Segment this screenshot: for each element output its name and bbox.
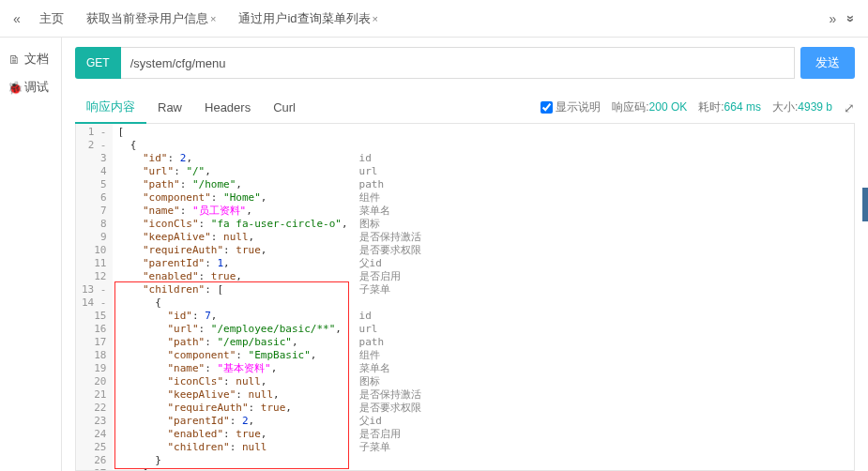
close-icon[interactable]: × [373, 13, 378, 24]
sidebar-item-label: 调试 [24, 79, 49, 96]
tab-response-body[interactable]: 响应内容 [75, 92, 146, 124]
response-json-viewer[interactable]: 1 -2 -3 4 5 6 7 8 9 10 11 12 13 -14 -15 … [75, 124, 855, 471]
sidebar-item-debug[interactable]: 🐞 调试 [0, 73, 61, 101]
comment-line: 是否启用 [359, 270, 421, 283]
gutter-line: 7 [80, 205, 109, 218]
tab-response-headers[interactable]: Headers [193, 92, 262, 124]
close-icon[interactable]: × [210, 13, 216, 24]
show-description-toggle[interactable]: 显示说明 [541, 99, 601, 115]
comment-line [359, 139, 421, 152]
code-line[interactable]: "children": null [118, 441, 348, 454]
tab-response-curl[interactable]: Curl [262, 92, 307, 124]
comment-line: 是否要求权限 [359, 402, 421, 415]
tab-response-raw[interactable]: Raw [146, 92, 193, 124]
code-line[interactable]: "iconCls": null, [118, 375, 348, 388]
gutter-line: 23 [80, 415, 109, 428]
right-edge-handle[interactable] [862, 188, 868, 221]
gutter-line: 8 [80, 218, 109, 231]
gutter-line: 19 [80, 362, 109, 375]
tabs-scroll-left-icon[interactable]: « [8, 11, 26, 26]
comment-line: 父id [359, 415, 421, 428]
gutter-line: 15 [80, 310, 109, 323]
response-time: 耗时:664 ms [698, 99, 761, 115]
code-line[interactable]: { [118, 296, 348, 310]
top-tab-bar: « 主页 获取当前登录用户信息× 通过用户id查询菜单列表× » » [0, 0, 868, 38]
gutter-line: 21 [80, 388, 109, 402]
code-line[interactable]: "parentId": 2, [118, 415, 348, 428]
code-line[interactable]: "id": 7, [118, 310, 348, 323]
code-line[interactable]: "parentId": 1, [118, 257, 348, 270]
tabs-scroll-right-icon[interactable]: » [823, 11, 842, 26]
sidebar: 🗎 文档 🐞 调试 [0, 38, 62, 471]
comment-line: url [359, 323, 421, 336]
response-code: 响应码:200 OK [612, 99, 687, 115]
gutter-line: 6 [80, 191, 109, 205]
gutter-line: 20 [80, 375, 109, 388]
code-line[interactable]: [ [118, 126, 348, 139]
code-line[interactable]: "requireAuth": true, [118, 244, 348, 257]
code-line[interactable]: "enabled": true, [118, 270, 348, 283]
code-line[interactable]: } [118, 454, 348, 467]
comment-line: id [359, 152, 421, 165]
comment-line: 图标 [359, 218, 421, 231]
code-line[interactable]: "component": "Home", [118, 191, 348, 205]
tab-user-info[interactable]: 获取当前登录用户信息× [77, 0, 225, 38]
response-header: 响应内容 Raw Headers Curl 显示说明 响应码:200 OK 耗时… [75, 92, 855, 124]
gutter-line: 9 [80, 231, 109, 244]
code-line[interactable]: "url": "/employee/basic/**", [118, 323, 348, 336]
comment-line: path [359, 336, 421, 349]
gutter-line: 4 [80, 165, 109, 178]
gutter-line: 2 - [80, 139, 109, 152]
comment-line [359, 467, 421, 471]
code-line[interactable]: "enabled": true, [118, 428, 348, 441]
code-line[interactable]: "url": "/", [118, 165, 348, 178]
tab-home[interactable]: 主页 [30, 0, 73, 38]
comment-line: 是否要求权限 [359, 244, 421, 257]
code-line[interactable]: "name": "基本资料", [118, 362, 348, 375]
gutter-line: 17 [80, 336, 109, 349]
response-size: 大小:4939 b [772, 99, 832, 115]
code-line[interactable]: "path": "/emp/basic", [118, 336, 348, 349]
comment-line [359, 454, 421, 467]
code-line[interactable]: "component": "EmpBasic", [118, 349, 348, 362]
gutter-line: 10 [80, 244, 109, 257]
code-line[interactable]: "path": "/home", [118, 178, 348, 191]
sidebar-item-doc[interactable]: 🗎 文档 [0, 45, 61, 73]
gutter-line: 3 [80, 152, 109, 165]
gutter-line: 12 [80, 270, 109, 283]
code-line[interactable]: { [118, 139, 348, 152]
expand-icon[interactable]: ⤢ [844, 100, 855, 115]
comment-line: 图标 [359, 375, 421, 388]
gutter-line: 1 - [80, 126, 109, 139]
comment-line [359, 126, 421, 139]
code-line[interactable]: "requireAuth": true, [118, 402, 348, 415]
code-line[interactable]: "id": 2, [118, 152, 348, 165]
gutter-line: 13 - [80, 283, 109, 296]
gutter-line: 18 [80, 349, 109, 362]
code-line[interactable]: "keepAlive": null, [118, 231, 348, 244]
collapse-down-icon[interactable]: » [844, 9, 859, 28]
sidebar-item-label: 文档 [24, 51, 49, 68]
tab-menu-by-userid[interactable]: 通过用户id查询菜单列表× [229, 0, 388, 38]
code-line[interactable]: "iconCls": "fa fa-user-circle-o", [118, 218, 348, 231]
gutter-line: 11 [80, 257, 109, 270]
comment-line: 组件 [359, 191, 421, 205]
request-url-input[interactable] [121, 47, 795, 79]
code-line[interactable]: ] [118, 467, 348, 471]
comment-line: path [359, 178, 421, 191]
gutter-line: 14 - [80, 296, 109, 310]
gutter-line: 5 [80, 178, 109, 191]
show-description-checkbox[interactable] [541, 101, 553, 114]
comment-line: 父id [359, 257, 421, 270]
http-method-badge[interactable]: GET [75, 47, 121, 79]
code-line[interactable]: "name": "员工资料", [118, 205, 348, 218]
code-line[interactable]: "children": [ [118, 283, 348, 296]
bug-icon: 🐞 [8, 81, 21, 95]
comment-line: 是否启用 [359, 428, 421, 441]
gutter-line: 26 [80, 454, 109, 467]
gutter-line: 27 [80, 467, 109, 471]
code-line[interactable]: "keepAlive": null, [118, 388, 348, 402]
comment-line: 组件 [359, 349, 421, 362]
gutter-line: 16 [80, 323, 109, 336]
send-button[interactable]: 发送 [800, 47, 855, 79]
